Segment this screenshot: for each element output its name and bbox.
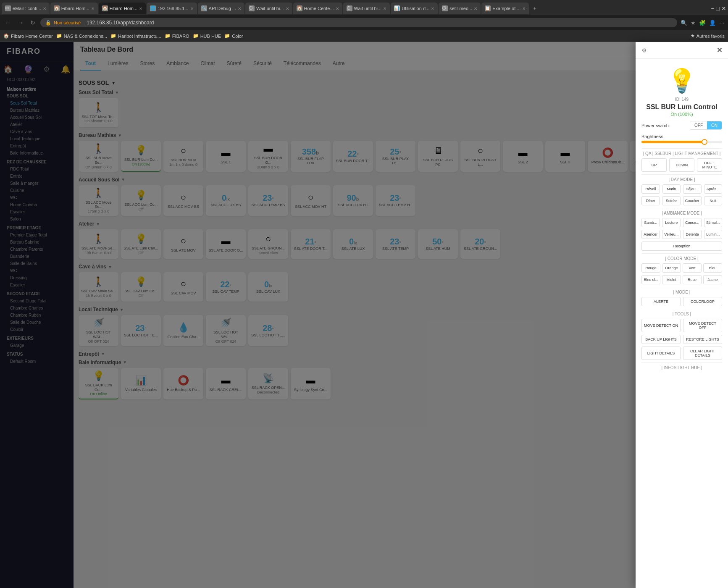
panel-device-name: SSL BUR Lum Control: [641, 103, 722, 111]
tab-3[interactable]: 🏠 Fibaro Hom... ✕: [99, 3, 146, 14]
tab-2-title: Fibaro Hom...: [61, 6, 89, 11]
rouge-button[interactable]: Rouge: [641, 263, 660, 273]
tab-10-close[interactable]: ✕: [474, 6, 477, 11]
samb-button[interactable]: Samb...: [641, 218, 660, 227]
tab-2-favicon: 🏠: [54, 5, 60, 11]
tab-10[interactable]: ⏱ setTimeo... ✕: [439, 3, 481, 14]
apres-button[interactable]: Après...: [704, 184, 723, 194]
bookmark-hub-hue[interactable]: 📁 HUB HUE: [193, 33, 221, 39]
tab-11-title: Example of ...: [492, 6, 520, 11]
rose-button[interactable]: Rose: [683, 275, 702, 284]
move-detect-on-button[interactable]: MOVE DETECT ON: [641, 319, 681, 332]
tab-8[interactable]: ⏱ Wait until hi... ✕: [343, 3, 390, 14]
tab-7[interactable]: 🏠 Home Cente... ✕: [293, 3, 342, 14]
minimize-button[interactable]: −: [711, 5, 714, 12]
tab-7-favicon: 🏠: [297, 5, 302, 11]
tab-9[interactable]: 📊 Utilisation d... ✕: [391, 3, 438, 14]
clear-light-details-button[interactable]: CLEAR LIGHT DETAILS: [683, 346, 722, 360]
back-up-lights-button[interactable]: BACK UP LIGHTS: [641, 335, 681, 344]
new-tab-button[interactable]: +: [530, 4, 539, 13]
power-on-button[interactable]: ON: [707, 121, 722, 129]
off-1-minute-button[interactable]: OFF 1 MINUTE: [697, 158, 722, 172]
tab-5[interactable]: 🔧 API Debug ... ✕: [198, 3, 244, 14]
brightness-thumb[interactable]: [702, 139, 707, 145]
tab-1-close[interactable]: ✕: [43, 6, 46, 11]
coucher-button[interactable]: Coucher: [683, 196, 702, 205]
violet-button[interactable]: Violet: [662, 275, 681, 284]
nuit-button[interactable]: Nuit: [704, 196, 722, 205]
conce-button[interactable]: Conce...: [683, 218, 702, 227]
maximize-button[interactable]: □: [716, 5, 720, 12]
tab-4-close[interactable]: ✕: [190, 6, 194, 11]
orange-button[interactable]: Orange: [662, 263, 681, 273]
colorloop-button[interactable]: COLORLOOP: [683, 297, 722, 306]
close-window-button[interactable]: ✕: [721, 5, 726, 12]
detente-button[interactable]: Detente: [683, 230, 701, 239]
brightness-slider[interactable]: [641, 141, 722, 143]
bleu-button[interactable]: Bleu: [703, 263, 722, 273]
ambiance-row-1: Samb... Lecture Conce... Stimul...: [641, 218, 722, 227]
search-icon[interactable]: 🔍: [681, 20, 687, 26]
light-details-button[interactable]: LIGHT DETAILS: [641, 346, 681, 360]
veilleu-button[interactable]: Veilleu...: [662, 230, 681, 239]
tools-row-2: BACK UP LIGHTS RESTORE LIGHTS: [641, 335, 722, 344]
vert-button[interactable]: Vert: [683, 263, 702, 273]
tab-1[interactable]: ✉ eMail : confi... ✕: [2, 3, 50, 14]
down-button[interactable]: DOWN: [669, 158, 694, 172]
lumin-button[interactable]: Lumin...: [704, 230, 722, 239]
bleu-cl-button[interactable]: Bleu cl...: [641, 275, 660, 284]
tab-6-title: Wait until hi...: [256, 6, 284, 11]
panel-device-id: ID: 149: [641, 97, 722, 102]
extension-icon[interactable]: 🧩: [699, 20, 706, 26]
tab-9-title: Utilisation d...: [402, 6, 429, 11]
tab-7-close[interactable]: ✕: [336, 6, 339, 11]
tab-6[interactable]: ⏱ Wait until hi... ✕: [245, 3, 292, 14]
bookmark-fibaro-home-center[interactable]: 🏠 Fibaro Home Center: [3, 33, 53, 39]
profile-icon[interactable]: 👤: [709, 20, 716, 26]
overlay-backdrop[interactable]: [0, 42, 728, 588]
reload-button[interactable]: ↻: [29, 18, 37, 27]
bookmark-star-icon[interactable]: ★: [691, 20, 696, 26]
control-panel: ⚙ ✕ 💡 ID: 149 SSL BUR Lum Control On (10…: [636, 42, 728, 588]
matin-button[interactable]: Matin: [662, 184, 681, 194]
tab-6-close[interactable]: ✕: [286, 6, 289, 11]
soiree-button[interactable]: Soirée: [662, 196, 680, 205]
bookmark-color[interactable]: 📁 Color: [224, 33, 243, 39]
tab-3-title: Fibaro Hom...: [110, 6, 138, 11]
tab-11[interactable]: 📋 Example of ... ✕: [481, 3, 529, 14]
secure-label: Non sécurisé: [54, 20, 81, 25]
power-off-button[interactable]: OFF: [690, 121, 707, 129]
address-bar[interactable]: 🔓 Non sécurisé 192.168.85.10/app/dashboa…: [40, 18, 677, 27]
alerte-button[interactable]: ALERTE: [641, 297, 681, 306]
panel-gear-icon[interactable]: ⚙: [641, 47, 647, 54]
tab-3-close[interactable]: ✕: [139, 6, 142, 11]
tab-9-close[interactable]: ✕: [431, 6, 434, 11]
panel-close-button[interactable]: ✕: [717, 46, 722, 54]
tab-5-close[interactable]: ✕: [238, 6, 241, 11]
bookmark-haribot[interactable]: 📁 Haribot Infrastructu...: [110, 33, 161, 39]
back-button[interactable]: ←: [3, 18, 13, 27]
tab-2[interactable]: 🏠 Fibaro Hom... ✕: [50, 3, 98, 14]
bookmark-nas[interactable]: 📁 NAS & Connexions...: [56, 33, 107, 39]
up-button[interactable]: UP: [641, 158, 667, 172]
bookmark-autres-favoris[interactable]: ★ Autres favoris: [691, 33, 725, 39]
move-detect-off-button[interactable]: MOVE DETECT OFF: [683, 319, 722, 332]
tab-11-close[interactable]: ✕: [522, 6, 526, 11]
tab-8-favicon: ⏱: [347, 5, 352, 11]
tab-2-close[interactable]: ✕: [91, 6, 95, 11]
browser-chrome: ✉ eMail : confi... ✕ 🏠 Fibaro Hom... ✕ 🏠…: [0, 0, 728, 42]
menu-icon[interactable]: ⋯: [719, 20, 725, 26]
restore-lights-button[interactable]: RESTORE LIGHTS: [683, 335, 722, 344]
asencer-button[interactable]: Asencer: [641, 230, 660, 239]
diner-button[interactable]: Dîner: [641, 196, 660, 205]
forward-button[interactable]: →: [16, 18, 25, 27]
lecture-button[interactable]: Lecture: [662, 218, 680, 227]
tab-4[interactable]: 🌐 192.168.85.1... ✕: [147, 3, 197, 14]
jaune-button[interactable]: Jaune: [703, 275, 722, 284]
stimul-button[interactable]: Stimul...: [704, 218, 722, 227]
bookmark-fibaro[interactable]: 📁 FIBARO: [165, 33, 189, 39]
reception-button[interactable]: Reception: [641, 242, 722, 251]
reveil-button[interactable]: Réveil: [641, 184, 660, 194]
tab-8-close[interactable]: ✕: [383, 6, 386, 11]
dejeu-button[interactable]: Déjeu...: [683, 184, 702, 194]
